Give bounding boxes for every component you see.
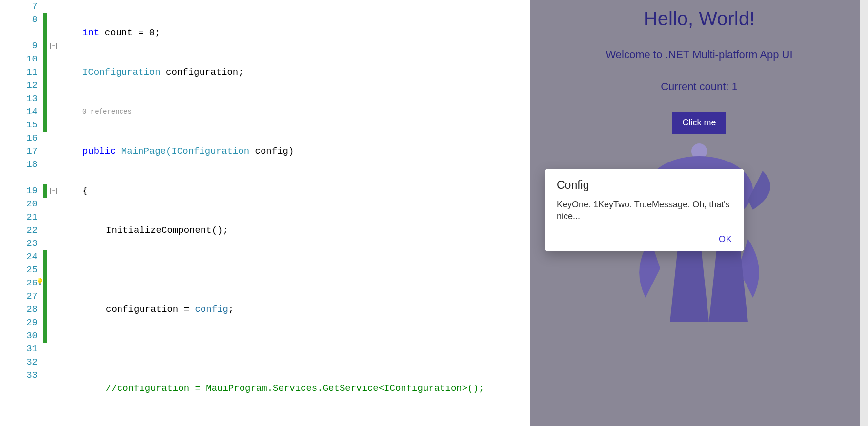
line-number: 30 (0, 329, 38, 343)
line-number: 26 (0, 277, 38, 290)
line-number: 9 (0, 40, 38, 53)
change-marker-gutter (41, 0, 50, 426)
code-content[interactable]: int count = 0; IConfiguration configurat… (59, 0, 530, 426)
fold-toggle-icon[interactable]: − (50, 188, 57, 194)
line-number: 16 (0, 132, 38, 145)
line-number: 17 (0, 145, 38, 158)
dialog-title: Config (557, 179, 732, 192)
line-number: 22 (0, 224, 38, 237)
line-number: 28 (0, 303, 38, 316)
alert-dialog: Config KeyOne: 1KeyTwo: TrueMessage: Oh,… (545, 169, 744, 251)
fold-gutter: − − 💡 (50, 0, 59, 426)
change-marker (43, 184, 47, 198)
change-marker (43, 250, 47, 343)
codelens-references[interactable]: 0 references (59, 105, 530, 119)
app-title: Hello, World! (530, 8, 868, 30)
line-number: 12 (0, 79, 38, 92)
vertical-scrollbar[interactable] (860, 0, 868, 426)
line-number: 32 (0, 356, 38, 369)
line-number: 15 (0, 119, 38, 132)
line-number: 10 (0, 53, 38, 66)
code-line[interactable]: IConfiguration configuration; (59, 66, 530, 79)
line-number: 21 (0, 211, 38, 224)
code-line[interactable] (59, 343, 530, 356)
line-number: 11 (0, 66, 38, 79)
app-preview-pane: Hello, World! Welcome to .NET Multi-plat… (530, 0, 868, 426)
app-header: Hello, World! Welcome to .NET Multi-plat… (530, 0, 868, 134)
dialog-ok-button[interactable]: OK (719, 234, 732, 244)
line-number: 20 (0, 198, 38, 211)
code-line[interactable]: { (59, 184, 530, 198)
lightbulb-icon[interactable]: 💡 (36, 278, 44, 286)
line-number: 23 (0, 237, 38, 250)
line-number-gutter: 7 8 9 10 11 12 13 14 15 16 17 18 19 20 2… (0, 0, 41, 426)
app-subtitle: Welcome to .NET Multi-platform App UI (530, 48, 868, 61)
code-line[interactable] (59, 422, 530, 426)
fold-toggle-icon[interactable]: − (50, 43, 57, 49)
code-editor-pane[interactable]: 7 8 9 10 11 12 13 14 15 16 17 18 19 20 2… (0, 0, 530, 426)
dialog-body: KeyOne: 1KeyTwo: TrueMessage: Oh, that's… (557, 199, 732, 223)
line-number: 14 (0, 105, 38, 119)
code-line[interactable]: //configuration = MauiProgram.Services.G… (59, 382, 530, 395)
code-line[interactable]: configuration = config; (59, 303, 530, 316)
code-line[interactable]: int count = 0; (59, 26, 530, 40)
line-number: 19 (0, 184, 38, 198)
line-number: 27 (0, 290, 38, 303)
line-number: 29 (0, 316, 38, 329)
line-number: 31 (0, 343, 38, 356)
line-number: 25 (0, 264, 38, 277)
line-number: 7 (0, 0, 38, 13)
change-marker (43, 13, 47, 132)
line-number: 8 (0, 13, 38, 26)
line-number: 24 (0, 250, 38, 264)
click-me-button[interactable]: Click me (672, 112, 726, 134)
line-number: 13 (0, 92, 38, 105)
code-line[interactable]: InitializeComponent(); (59, 224, 530, 237)
line-number: 33 (0, 369, 38, 382)
line-number: 18 (0, 158, 38, 171)
code-line[interactable] (59, 264, 530, 277)
app-count-label: Current count: 1 (530, 81, 868, 93)
code-line[interactable]: public MainPage(IConfiguration config) (59, 145, 530, 158)
